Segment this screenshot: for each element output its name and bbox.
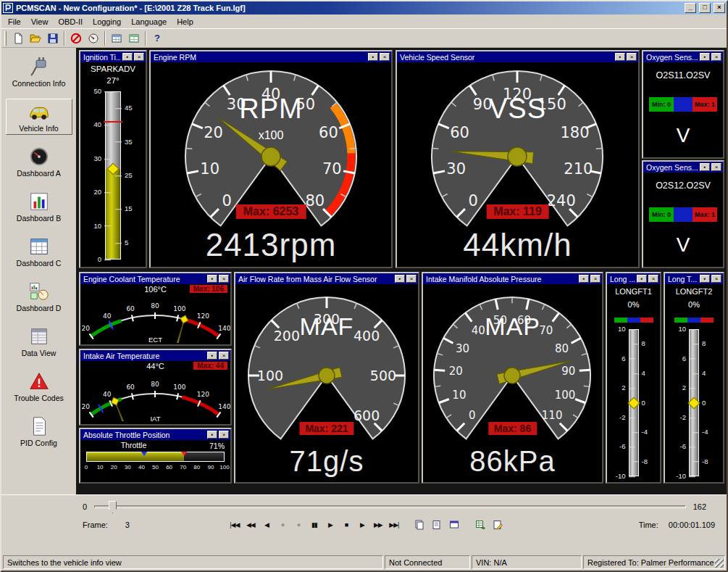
tick-label: 80 [555,342,569,355]
menu-obd2[interactable]: OBD-II [53,16,88,28]
skip-start-button[interactable]: |◀◀ [227,518,242,531]
menu-logging[interactable]: Logging [88,16,126,28]
copy-frame-button[interactable] [411,518,427,531]
panel-titlebar[interactable]: Absolute Throttle Position ▪ × [80,429,230,440]
panel-titlebar[interactable]: Ignition Ti... ▪ × [80,51,146,62]
new-file-button[interactable] [9,30,27,46]
panel-oxygen-sensor-2: Oxygen Sens... ▪ × O2S12.O2SV Min: 0 Max… [642,160,724,268]
param-label: LONGFT2 [665,287,723,296]
panel-restore-button[interactable]: ▪ [700,53,710,61]
fast-forward-button[interactable]: ▶▶ [370,518,385,531]
sidebar-item-dashboard-b[interactable]: Dashboard B [6,188,72,225]
data-table-button[interactable] [108,30,125,46]
skip-end-button[interactable]: ▶▶| [386,518,401,531]
tick-label: 2 [682,384,686,391]
panel-titlebar[interactable]: Vehicle Speed Sensor ▪ × [397,51,638,62]
min-max-strip: Min: 0 Max: 1 [649,97,717,112]
range-end-label: 162 [693,502,706,511]
panel-close-button[interactable]: × [219,352,229,360]
panel-restore-button[interactable]: ▪ [700,275,710,283]
grid-view-button[interactable] [125,30,143,46]
record-button[interactable]: ● [275,518,290,531]
panel-close-button[interactable]: × [590,275,601,283]
panel-close-button[interactable]: × [380,53,390,61]
panel-titlebar[interactable]: Air Flow Rate from Mass Air Flow Sensor … [235,273,418,284]
tick-label: 30 [125,464,131,471]
gauge-color-bands [91,397,219,415]
close-button[interactable]: × [714,3,725,13]
maximize-button[interactable]: □ [699,3,711,13]
sidebar-item-dashboard-d[interactable]: Dashboard D [6,278,72,315]
window-titlebar[interactable]: PCMSCAN - New Configuration* - [E:\2001 … [1,1,727,14]
minimize-button[interactable]: _ [685,3,696,13]
panel-restore-button[interactable]: ▪ [207,431,217,439]
stop-button[interactable]: ■ [338,518,353,531]
monitor-button[interactable] [85,30,102,46]
snapshot-button[interactable]: ● [290,518,306,531]
play-button[interactable]: ▶ [322,518,338,531]
log-properties-button[interactable] [490,518,506,531]
copy-image-button[interactable] [446,518,462,531]
panel-titlebar[interactable]: Oxygen Sens... ▪ × [643,162,723,173]
sidebar-item-label: Dashboard C [17,259,62,268]
sidebar-item-dashboard-c[interactable]: Dashboard C [6,233,72,270]
copy-log-button[interactable] [429,518,445,531]
frame-slider[interactable] [94,505,686,508]
panel-close-button[interactable]: × [711,163,721,171]
panel-titlebar[interactable]: Intake Air Temperature ▪ × [80,350,230,361]
panel-restore-button[interactable]: ▪ [122,53,133,61]
sidebar-item-data-view[interactable]: Data View [6,323,72,360]
panel-close-button[interactable]: × [648,275,658,283]
panel-close-button[interactable]: × [219,431,229,439]
gauge-ticks: 20406080100120140 [81,381,230,418]
toolbar-gripper[interactable] [4,31,7,46]
window-title: PCMSCAN - New Configuration* - [E:\2001 … [16,4,682,12]
panel-titlebar[interactable]: Engine Coolant Temperature ▪ × [80,273,230,284]
pause-button[interactable]: ▮▮ [306,518,322,531]
panel-titlebar[interactable]: Engine RPM ▪ × [151,51,391,62]
panel-restore-button[interactable]: ▪ [700,163,710,171]
panel-restore-button[interactable]: ▪ [207,275,217,283]
panel-close-button[interactable]: × [711,53,721,61]
sidebar-item-vehicle-info[interactable]: Vehicle Info [6,99,72,135]
disconnect-icon [70,33,82,44]
menu-file[interactable]: File [3,16,26,28]
resize-grip[interactable] [715,559,724,568]
menu-view[interactable]: View [26,16,54,28]
panel-close-button[interactable]: × [711,275,721,283]
panel-restore-button[interactable]: ▪ [579,275,589,283]
menu-help[interactable]: Help [172,16,198,28]
step-back-button[interactable]: ◀ [259,518,274,531]
panel-close-button[interactable]: × [134,53,144,61]
gauge-reading: 86kPa [423,445,602,477]
panel-restore-button[interactable]: ▪ [637,275,647,283]
step-forward-button[interactable]: ▶ [354,518,369,531]
disconnect-button[interactable] [67,30,85,46]
panel-titlebar[interactable]: Intake Manifold Absolute Pressure ▪ × [423,273,602,284]
sidebar-item-connection-info[interactable]: Connection Info [6,54,72,90]
panel-restore-button[interactable]: ▪ [207,352,217,360]
help-button[interactable]: ? [148,30,166,46]
save-button[interactable] [44,30,62,46]
tick-label: 90 [207,464,214,471]
panel-titlebar[interactable]: Long ... ▪ × [607,273,660,284]
clipboard-group [411,518,462,531]
panel-close-button[interactable]: × [406,275,417,283]
tick-label: 20 [81,403,90,410]
panel-restore-button[interactable]: ▪ [368,53,378,61]
menu-language[interactable]: Language [126,16,172,28]
panel-close-button[interactable]: × [219,275,229,283]
open-file-button[interactable] [27,30,44,46]
panel-restore-button[interactable]: ▪ [615,53,625,61]
panel-titlebar[interactable]: Oxygen Sens... ▪ × [643,51,723,62]
sidebar-item-pid-config[interactable]: PID Config [6,413,72,449]
tick-label: 60 [450,124,469,141]
panel-close-button[interactable]: × [627,53,637,61]
panel-titlebar[interactable]: Long T... ▪ × [665,273,723,284]
tick-label: -10 [616,473,626,480]
panel-restore-button[interactable]: ▪ [395,275,405,283]
export-table-button[interactable] [472,518,488,531]
sidebar-item-dashboard-a[interactable]: Dashboard A [6,144,72,180]
sidebar-item-trouble-codes[interactable]: Trouble Codes [6,368,72,405]
fast-rewind-button[interactable]: ◀◀ [243,518,258,531]
